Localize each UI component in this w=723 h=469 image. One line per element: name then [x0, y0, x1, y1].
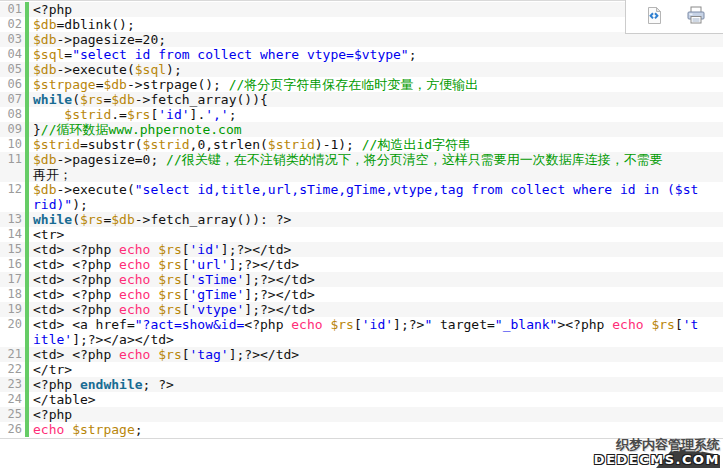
code-line-wrap: 再开； [0, 167, 723, 182]
code-text: <td> <a href="?act=show&id=<?php echo $r… [29, 317, 698, 332]
code-token: <td> <?php [33, 302, 119, 317]
code-token: echo [119, 242, 150, 257]
code-token: endwhile [80, 377, 143, 392]
code-token: echo [291, 317, 322, 332]
code-text: $strid=substr($strid,0,strlen($strid)-1)… [29, 137, 471, 152]
code-line: 16<td> <?php echo $rs['url'];?></td> [0, 257, 723, 272]
code-line: 13while($rs=$db->fetch_array()): ?> [0, 212, 723, 227]
code-token: 'id' [190, 242, 221, 257]
code-token: )-1); [315, 137, 362, 152]
line-number: 23 [0, 377, 25, 392]
line-number: 11 [0, 152, 25, 167]
line-number: 06 [0, 77, 25, 92]
code-token: "_blank" [495, 317, 558, 332]
code-token: ->fetch_array()){ [135, 92, 268, 107]
code-token: } [33, 122, 41, 137]
code-token: $sql [135, 62, 166, 77]
code-token: ];?> [393, 317, 424, 332]
code-token: ];?></td> [244, 302, 314, 317]
code-token: ,0,strlen( [190, 137, 268, 152]
code-token: [ [182, 347, 190, 362]
line-number: 04 [0, 47, 25, 62]
code-token: echo [119, 302, 150, 317]
code-text: rid)"); [29, 197, 88, 212]
code-token: rid)" [33, 197, 72, 212]
code-token: $rs [330, 317, 353, 332]
code-token: //构造出id字符串 [362, 137, 471, 152]
line-number: 07 [0, 92, 25, 107]
line-number: 05 [0, 62, 25, 77]
code-token: $db [103, 77, 126, 92]
code-token: itle' [33, 332, 72, 347]
code-token: ( [72, 212, 80, 227]
code-token: 'tag' [190, 347, 229, 362]
code-token: <td> <?php [33, 347, 119, 362]
code-token: <td> <?php [33, 242, 119, 257]
code-text: while($rs=$db->fetch_array()): ?> [29, 212, 291, 227]
line-number [0, 332, 25, 347]
code-line: 25<?php [0, 407, 723, 422]
code-token: $rs [127, 107, 150, 122]
code-text: $db->execute("select id,title,url,sTime,… [29, 182, 698, 197]
code-token: [ [182, 242, 190, 257]
line-number: 09 [0, 122, 25, 137]
code-token: "select id,title,url,sTime,gTime,vtype,t… [135, 182, 699, 197]
code-text: $db->execute($sql); [29, 62, 182, 77]
code-token: "select id from collect where vtype=$vty… [72, 47, 409, 62]
code-token: 'sTime' [190, 272, 245, 287]
code-line: 19<td> <?php echo $rs['vtype'];?></td> [0, 302, 723, 317]
code-token: [ [182, 302, 190, 317]
code-token: <td> <?php [33, 287, 119, 302]
line-number: 15 [0, 242, 25, 257]
code-token: $db [33, 17, 56, 32]
code-token: ->fetch_array()): ?> [135, 212, 292, 227]
code-token: echo [119, 257, 150, 272]
code-rows: 01<?php02$db=dblink();03$db->pagesize=20… [0, 2, 723, 437]
code-token: <td> <?php [33, 257, 119, 272]
code-token: ];?></td> [221, 242, 291, 257]
code-token: $rs [158, 287, 181, 302]
code-text: <td> <?php echo $rs['id'];?></td> [29, 242, 291, 257]
code-token: [ [182, 272, 190, 287]
code-token: $db [111, 212, 134, 227]
code-token: 'id' [158, 107, 189, 122]
code-text: itle'];?></a></td> [29, 332, 174, 347]
code-token: $rs [158, 272, 181, 287]
code-token: ><?php [557, 317, 612, 332]
code-token: $db [33, 152, 56, 167]
code-text: $strid.=$rs['id'].','; [29, 107, 237, 122]
line-number: 21 [0, 347, 25, 362]
code-text: </table> [29, 392, 96, 407]
code-line: 01<?php [0, 2, 723, 17]
view-source-button[interactable] [643, 6, 665, 28]
code-token: //很关键，在不注销类的情况下，将分页清空，这样只需要用一次数据库连接，不需要 [166, 152, 663, 167]
code-line: 11$db->pagesize=0; //很关键，在不注销类的情况下，将分页清空… [0, 152, 723, 167]
code-text: $db=dblink(); [29, 17, 135, 32]
code-token: $rs [158, 257, 181, 272]
line-number: 16 [0, 257, 25, 272]
code-token: $strid [33, 137, 80, 152]
code-token [64, 422, 72, 437]
code-token: <td> <?php [33, 272, 119, 287]
code-token: $strpage [72, 422, 135, 437]
code-text: while($rs=$db->fetch_array()){ [29, 92, 268, 107]
print-button[interactable] [685, 6, 707, 28]
code-token: [ [182, 257, 190, 272]
code-line: 14<tr> [0, 227, 723, 242]
code-text: <td> <?php echo $rs['tag'];?></td> [29, 347, 299, 362]
code-text: echo $strpage; [29, 422, 143, 437]
code-token: [ [675, 317, 683, 332]
code-token: $strid [268, 137, 315, 152]
code-token: 'url' [190, 257, 229, 272]
line-number: 19 [0, 302, 25, 317]
code-token: //循环数据www.phpernote.com [41, 122, 242, 137]
code-token: echo [612, 317, 643, 332]
code-token: </table> [33, 392, 96, 407]
line-number: 17 [0, 272, 25, 287]
code-token: ( [72, 92, 80, 107]
code-token: ->execute( [56, 62, 134, 77]
watermark-text-cn: 织梦内容管理系统 [594, 437, 720, 452]
code-token: ];?></td> [229, 257, 299, 272]
code-line: 05$db->execute($sql); [0, 62, 723, 77]
line-number: 02 [0, 17, 25, 32]
